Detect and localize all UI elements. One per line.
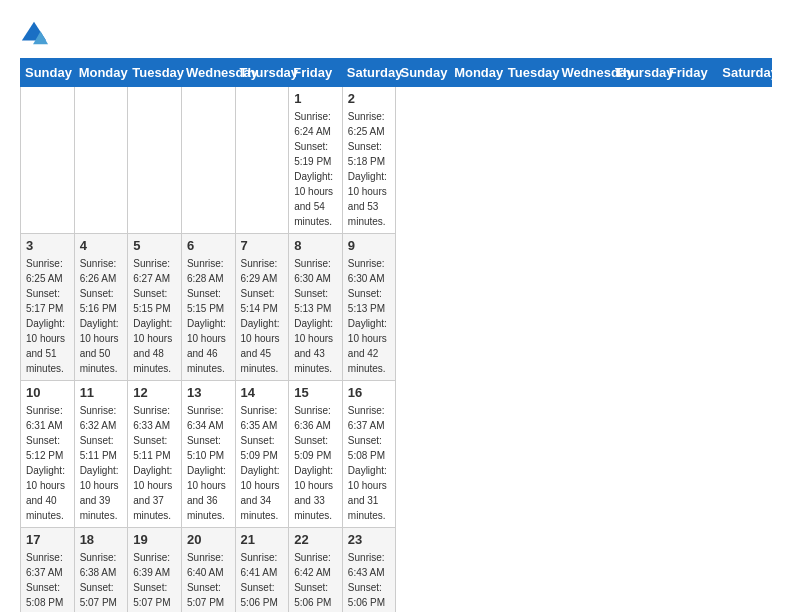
day-cell: 19Sunrise: 6:39 AM Sunset: 5:07 PM Dayli… xyxy=(128,528,182,613)
day-cell: 14Sunrise: 6:35 AM Sunset: 5:09 PM Dayli… xyxy=(235,381,289,528)
day-info: Sunrise: 6:41 AM Sunset: 5:06 PM Dayligh… xyxy=(241,550,284,612)
day-cell: 22Sunrise: 6:42 AM Sunset: 5:06 PM Dayli… xyxy=(289,528,343,613)
day-info: Sunrise: 6:29 AM Sunset: 5:14 PM Dayligh… xyxy=(241,256,284,376)
day-info: Sunrise: 6:24 AM Sunset: 5:19 PM Dayligh… xyxy=(294,109,337,229)
day-cell: 10Sunrise: 6:31 AM Sunset: 5:12 PM Dayli… xyxy=(21,381,75,528)
day-number: 23 xyxy=(348,532,391,547)
week-row-3: 10Sunrise: 6:31 AM Sunset: 5:12 PM Dayli… xyxy=(21,381,772,528)
day-info: Sunrise: 6:42 AM Sunset: 5:06 PM Dayligh… xyxy=(294,550,337,612)
day-cell: 1Sunrise: 6:24 AM Sunset: 5:19 PM Daylig… xyxy=(289,87,343,234)
day-number: 21 xyxy=(241,532,284,547)
day-number: 15 xyxy=(294,385,337,400)
day-info: Sunrise: 6:35 AM Sunset: 5:09 PM Dayligh… xyxy=(241,403,284,523)
logo xyxy=(20,20,52,48)
week-row-4: 17Sunrise: 6:37 AM Sunset: 5:08 PM Dayli… xyxy=(21,528,772,613)
day-number: 8 xyxy=(294,238,337,253)
day-number: 20 xyxy=(187,532,230,547)
week-row-2: 3Sunrise: 6:25 AM Sunset: 5:17 PM Daylig… xyxy=(21,234,772,381)
day-number: 11 xyxy=(80,385,123,400)
day-number: 10 xyxy=(26,385,69,400)
day-info: Sunrise: 6:38 AM Sunset: 5:07 PM Dayligh… xyxy=(80,550,123,612)
day-number: 3 xyxy=(26,238,69,253)
day-cell: 23Sunrise: 6:43 AM Sunset: 5:06 PM Dayli… xyxy=(342,528,396,613)
day-cell xyxy=(181,87,235,234)
header-thursday: Thursday xyxy=(235,59,289,87)
header-monday: Monday xyxy=(450,59,504,87)
day-info: Sunrise: 6:26 AM Sunset: 5:16 PM Dayligh… xyxy=(80,256,123,376)
day-cell: 17Sunrise: 6:37 AM Sunset: 5:08 PM Dayli… xyxy=(21,528,75,613)
day-info: Sunrise: 6:39 AM Sunset: 5:07 PM Dayligh… xyxy=(133,550,176,612)
day-cell: 21Sunrise: 6:41 AM Sunset: 5:06 PM Dayli… xyxy=(235,528,289,613)
day-info: Sunrise: 6:37 AM Sunset: 5:08 PM Dayligh… xyxy=(26,550,69,612)
day-cell: 4Sunrise: 6:26 AM Sunset: 5:16 PM Daylig… xyxy=(74,234,128,381)
calendar-table: SundayMondayTuesdayWednesdayThursdayFrid… xyxy=(20,58,772,612)
day-cell: 5Sunrise: 6:27 AM Sunset: 5:15 PM Daylig… xyxy=(128,234,182,381)
day-info: Sunrise: 6:43 AM Sunset: 5:06 PM Dayligh… xyxy=(348,550,391,612)
header-thursday: Thursday xyxy=(611,59,665,87)
day-number: 4 xyxy=(80,238,123,253)
day-number: 22 xyxy=(294,532,337,547)
day-number: 6 xyxy=(187,238,230,253)
day-number: 17 xyxy=(26,532,69,547)
header-wednesday: Wednesday xyxy=(181,59,235,87)
day-info: Sunrise: 6:25 AM Sunset: 5:17 PM Dayligh… xyxy=(26,256,69,376)
header-saturday: Saturday xyxy=(718,59,772,87)
day-cell: 3Sunrise: 6:25 AM Sunset: 5:17 PM Daylig… xyxy=(21,234,75,381)
header-tuesday: Tuesday xyxy=(128,59,182,87)
day-info: Sunrise: 6:40 AM Sunset: 5:07 PM Dayligh… xyxy=(187,550,230,612)
day-cell: 13Sunrise: 6:34 AM Sunset: 5:10 PM Dayli… xyxy=(181,381,235,528)
logo-icon xyxy=(20,20,48,48)
day-cell: 11Sunrise: 6:32 AM Sunset: 5:11 PM Dayli… xyxy=(74,381,128,528)
day-cell: 7Sunrise: 6:29 AM Sunset: 5:14 PM Daylig… xyxy=(235,234,289,381)
page-header xyxy=(20,20,772,48)
day-cell xyxy=(235,87,289,234)
day-cell: 15Sunrise: 6:36 AM Sunset: 5:09 PM Dayli… xyxy=(289,381,343,528)
day-number: 9 xyxy=(348,238,391,253)
day-cell: 6Sunrise: 6:28 AM Sunset: 5:15 PM Daylig… xyxy=(181,234,235,381)
day-info: Sunrise: 6:34 AM Sunset: 5:10 PM Dayligh… xyxy=(187,403,230,523)
day-cell xyxy=(128,87,182,234)
day-cell: 8Sunrise: 6:30 AM Sunset: 5:13 PM Daylig… xyxy=(289,234,343,381)
header-wednesday: Wednesday xyxy=(557,59,611,87)
day-number: 1 xyxy=(294,91,337,106)
day-number: 2 xyxy=(348,91,391,106)
week-row-1: 1Sunrise: 6:24 AM Sunset: 5:19 PM Daylig… xyxy=(21,87,772,234)
day-cell: 12Sunrise: 6:33 AM Sunset: 5:11 PM Dayli… xyxy=(128,381,182,528)
day-cell: 18Sunrise: 6:38 AM Sunset: 5:07 PM Dayli… xyxy=(74,528,128,613)
header-tuesday: Tuesday xyxy=(503,59,557,87)
day-info: Sunrise: 6:37 AM Sunset: 5:08 PM Dayligh… xyxy=(348,403,391,523)
day-info: Sunrise: 6:32 AM Sunset: 5:11 PM Dayligh… xyxy=(80,403,123,523)
day-info: Sunrise: 6:31 AM Sunset: 5:12 PM Dayligh… xyxy=(26,403,69,523)
header-sunday: Sunday xyxy=(396,59,450,87)
day-number: 5 xyxy=(133,238,176,253)
day-cell: 16Sunrise: 6:37 AM Sunset: 5:08 PM Dayli… xyxy=(342,381,396,528)
day-number: 16 xyxy=(348,385,391,400)
day-cell: 20Sunrise: 6:40 AM Sunset: 5:07 PM Dayli… xyxy=(181,528,235,613)
header-monday: Monday xyxy=(74,59,128,87)
day-cell xyxy=(21,87,75,234)
calendar-header-row: SundayMondayTuesdayWednesdayThursdayFrid… xyxy=(21,59,772,87)
day-number: 12 xyxy=(133,385,176,400)
day-cell xyxy=(74,87,128,234)
day-cell: 2Sunrise: 6:25 AM Sunset: 5:18 PM Daylig… xyxy=(342,87,396,234)
day-number: 18 xyxy=(80,532,123,547)
day-info: Sunrise: 6:30 AM Sunset: 5:13 PM Dayligh… xyxy=(348,256,391,376)
header-sunday: Sunday xyxy=(21,59,75,87)
day-number: 7 xyxy=(241,238,284,253)
day-number: 13 xyxy=(187,385,230,400)
day-info: Sunrise: 6:27 AM Sunset: 5:15 PM Dayligh… xyxy=(133,256,176,376)
day-info: Sunrise: 6:30 AM Sunset: 5:13 PM Dayligh… xyxy=(294,256,337,376)
header-saturday: Saturday xyxy=(342,59,396,87)
header-friday: Friday xyxy=(289,59,343,87)
day-cell: 9Sunrise: 6:30 AM Sunset: 5:13 PM Daylig… xyxy=(342,234,396,381)
day-info: Sunrise: 6:25 AM Sunset: 5:18 PM Dayligh… xyxy=(348,109,391,229)
day-number: 14 xyxy=(241,385,284,400)
header-friday: Friday xyxy=(664,59,718,87)
day-info: Sunrise: 6:28 AM Sunset: 5:15 PM Dayligh… xyxy=(187,256,230,376)
day-number: 19 xyxy=(133,532,176,547)
day-info: Sunrise: 6:33 AM Sunset: 5:11 PM Dayligh… xyxy=(133,403,176,523)
day-info: Sunrise: 6:36 AM Sunset: 5:09 PM Dayligh… xyxy=(294,403,337,523)
